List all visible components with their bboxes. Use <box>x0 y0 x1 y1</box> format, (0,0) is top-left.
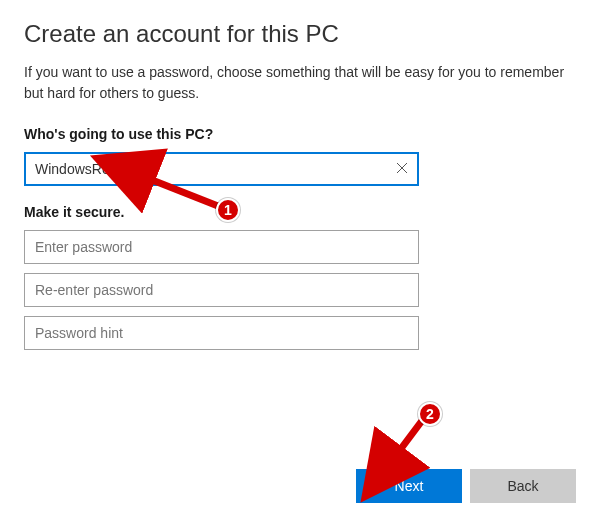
back-button[interactable]: Back <box>470 469 576 503</box>
clear-username-button[interactable] <box>387 154 417 184</box>
page-title: Create an account for this PC <box>24 20 576 48</box>
username-section-label: Who's going to use this PC? <box>24 126 576 142</box>
page-subtitle: If you want to use a password, choose so… <box>24 62 576 104</box>
annotation-badge-2: 2 <box>418 402 442 426</box>
password-hint-input[interactable] <box>24 316 419 350</box>
password-input[interactable] <box>24 230 419 264</box>
password-section-label: Make it secure. <box>24 204 576 220</box>
username-input[interactable] <box>24 152 419 186</box>
next-button[interactable]: Next <box>356 469 462 503</box>
close-icon <box>396 161 408 177</box>
svg-line-5 <box>394 418 424 458</box>
reenter-password-input[interactable] <box>24 273 419 307</box>
